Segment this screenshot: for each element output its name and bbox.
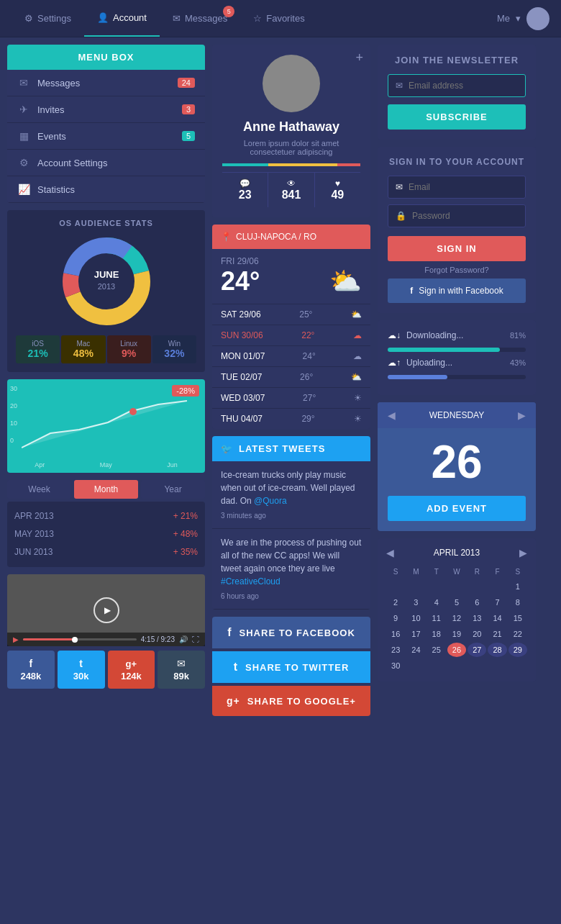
tab-month[interactable]: Month [74,480,138,499]
googleplus-share-count[interactable]: g+ 124k [108,651,155,689]
cal-day-5[interactable]: 5 [447,595,466,610]
tw-icon: t [79,658,83,669]
menu-item-account-settings[interactable]: ⚙ Account Settings [7,150,205,176]
tab-week[interactable]: Week [7,480,71,499]
share-facebook-button[interactable]: f SHARE TO FACEBOOK [212,617,370,648]
menu-item-messages[interactable]: ✉ Messages 24 [7,70,205,96]
uploading-progress [388,375,526,379]
cal-day-2[interactable]: 2 [386,595,405,610]
menu-item-invites[interactable]: ✈ Invites 3 [7,96,205,123]
cal-day-12[interactable]: 12 [447,611,466,625]
add-profile-icon[interactable]: + [355,50,363,65]
newsletter-email-input[interactable] [409,81,518,91]
stat-yellow [268,163,337,166]
tweet-2-time: 6 hours ago [221,591,362,602]
share-googleplus-button[interactable]: g+ SHARE TO GOOGLE+ [212,686,370,716]
cal-prev-button[interactable]: ◀ [388,409,396,421]
jun-label: JUN 2013 [14,547,53,557]
cal-day-21[interactable]: 21 [488,627,506,641]
facebook-share-count[interactable]: f 248k [7,651,55,689]
cal-day-23[interactable]: 23 [386,643,405,657]
account-settings-label: Account Settings [37,158,108,168]
video-progress-bar[interactable] [23,638,137,640]
cal-day-15[interactable]: 15 [508,611,527,625]
mini-cal-prev[interactable]: ◀ [386,547,394,558]
newsletter-email-field[interactable]: ✉ [388,74,526,97]
cal-day-17[interactable]: 17 [406,627,425,641]
signin-email-input[interactable] [409,182,518,192]
cal-day-14[interactable]: 14 [488,611,506,625]
menu-item-events[interactable]: ▦ Events 5 [7,123,205,150]
cal-day-25[interactable]: 25 [427,643,446,657]
cal-day-6[interactable]: 6 [468,595,486,610]
tweet-1-link[interactable]: @Quora [254,496,287,506]
user-menu[interactable]: Me ▾ [497,7,549,30]
nav-messages[interactable]: ✉ Messages 5 [160,0,240,37]
tweet-2: We are in the process of pushing out all… [212,529,370,610]
cal-day-13[interactable]: 13 [468,611,486,625]
signin-password-input[interactable] [412,211,520,221]
menu-item-statistics[interactable]: 📈 Statistics [7,176,205,203]
facebook-signin-button[interactable]: f Sign in with Facebook [388,278,526,303]
cal-day-1[interactable]: 1 [508,579,527,594]
cal-day-9[interactable]: 9 [386,611,405,625]
play-control-icon[interactable]: ▶ [13,635,19,643]
cal-day-7[interactable]: 7 [488,595,506,610]
profile-comments: 💬 23 [222,173,268,207]
cal-day-30[interactable]: 30 [386,658,405,673]
share-twitter-button[interactable]: t SHARE TO TWITTER [212,651,370,683]
cal-day-27[interactable]: 27 [468,643,486,657]
fullscreen-icon[interactable]: ⛶ [192,635,199,643]
messages-icon: ✉ [173,13,181,24]
signin-email-icon: ✉ [396,182,403,192]
cal-day-16[interactable]: 16 [386,627,405,641]
nav-account[interactable]: 👤 Account [84,0,160,37]
stat-row-may: MAY 2013 + 48% [14,525,198,543]
cal-next-button[interactable]: ▶ [518,409,526,421]
events-count: 5 [182,131,195,141]
email-icon: ✉ [396,81,403,91]
tab-year[interactable]: Year [141,480,205,499]
cal-day-28[interactable]: 28 [488,643,506,657]
signin-button[interactable]: SIGN IN [388,236,526,261]
twitter-share-count[interactable]: t 30k [58,651,105,689]
cal-day-26-today[interactable]: 26 [447,643,466,657]
comments-icon: 💬 [240,178,250,189]
forgot-password-link[interactable]: Forgot Password? [388,261,526,278]
cal-day-10[interactable]: 10 [406,611,425,625]
cal-day-20[interactable]: 20 [468,627,486,641]
gp-icon: g+ [126,658,137,669]
twitter-icon: 🐦 [221,443,233,454]
cal-day-4[interactable]: 4 [427,595,446,610]
cal-day-22[interactable]: 22 [508,627,527,641]
line-chart-svg [22,383,194,462]
profile-color-bar [222,163,360,166]
nav-settings[interactable]: ⚙ Settings [12,0,84,37]
os-win: Win 32% [152,335,196,363]
cal-day-8[interactable]: 8 [508,595,527,610]
signin-password-field[interactable]: 🔒 [388,204,526,227]
invites-label: Invites [37,104,65,115]
cal-day-11[interactable]: 11 [427,611,446,625]
cal-day-3[interactable]: 3 [406,595,425,610]
cal-day-29[interactable]: 29 [508,643,527,657]
volume-icon[interactable]: 🔊 [179,635,188,643]
uploading-pct: 43% [510,358,526,367]
fb-icon: f [29,658,33,669]
cal-day-24[interactable]: 24 [406,643,425,657]
gp-count: 124k [121,671,142,681]
play-button[interactable]: ▶ [94,597,119,623]
chart-x-axis: Apr May Jun [7,461,205,468]
weather-temp-row: 24° ⛅ [221,266,362,296]
cal-day-18[interactable]: 18 [427,627,446,641]
mail-share-count[interactable]: ✉ 89k [158,651,205,689]
add-event-button[interactable]: ADD EVENT [388,496,526,521]
cal-day-19[interactable]: 19 [447,627,466,641]
signin-email-field[interactable]: ✉ [388,176,526,199]
subscribe-button[interactable]: SUBSCRIBE [388,104,526,130]
nav-favorites[interactable]: ☆ Favorites [240,0,317,37]
tweet-2-link[interactable]: #CreativeCloud [221,576,280,586]
profile-avatar [263,55,320,112]
mini-cal-next[interactable]: ▶ [519,547,527,558]
downloading-label: Downloading... [406,330,504,340]
